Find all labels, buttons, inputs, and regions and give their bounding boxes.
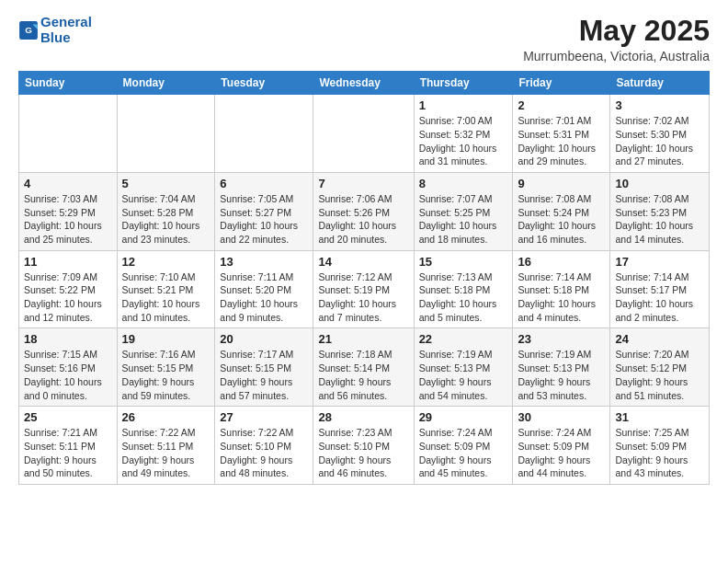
cell-day-number: 11 — [24, 255, 112, 269]
calendar-cell: 11Sunrise: 7:09 AM Sunset: 5:22 PM Dayli… — [19, 250, 118, 328]
calendar-cell: 27Sunrise: 7:22 AM Sunset: 5:10 PM Dayli… — [215, 407, 313, 485]
cell-day-number: 14 — [318, 255, 408, 269]
calendar-cell: 9Sunrise: 7:08 AM Sunset: 5:24 PM Daylig… — [513, 172, 610, 250]
cell-info: Sunrise: 7:19 AM Sunset: 5:13 PM Dayligh… — [518, 348, 605, 402]
calendar-cell: 3Sunrise: 7:02 AM Sunset: 5:30 PM Daylig… — [610, 95, 710, 173]
calendar-cell: 25Sunrise: 7:21 AM Sunset: 5:11 PM Dayli… — [19, 407, 118, 485]
cell-info: Sunrise: 7:14 AM Sunset: 5:18 PM Dayligh… — [518, 270, 605, 325]
cell-info: Sunrise: 7:22 AM Sunset: 5:11 PM Dayligh… — [122, 426, 210, 480]
cell-day-number: 13 — [220, 255, 308, 269]
day-header-saturday: Saturday — [610, 72, 710, 95]
cell-info: Sunrise: 7:14 AM Sunset: 5:17 PM Dayligh… — [615, 270, 704, 325]
cell-info: Sunrise: 7:16 AM Sunset: 5:15 PM Dayligh… — [122, 348, 210, 402]
cell-day-number: 25 — [24, 410, 112, 424]
day-header-sunday: Sunday — [19, 72, 118, 95]
title-block: May 2025 Murrumbeena, Victoria, Australi… — [523, 15, 710, 63]
cell-info: Sunrise: 7:22 AM Sunset: 5:10 PM Dayligh… — [220, 426, 308, 480]
cell-info: Sunrise: 7:24 AM Sunset: 5:09 PM Dayligh… — [518, 426, 605, 480]
day-header-friday: Friday — [513, 72, 610, 95]
calendar-cell: 18Sunrise: 7:15 AM Sunset: 5:16 PM Dayli… — [19, 328, 118, 407]
logo-text: General Blue — [40, 15, 92, 45]
cell-info: Sunrise: 7:23 AM Sunset: 5:10 PM Dayligh… — [318, 426, 408, 480]
cell-day-number: 26 — [122, 410, 210, 424]
cell-day-number: 1 — [419, 98, 508, 112]
page: G General Blue May 2025 Murrumbeena, Vic… — [0, 0, 728, 500]
cell-day-number: 29 — [419, 410, 508, 424]
calendar-cell: 4Sunrise: 7:03 AM Sunset: 5:29 PM Daylig… — [19, 172, 118, 250]
calendar-cell: 30Sunrise: 7:24 AM Sunset: 5:09 PM Dayli… — [513, 407, 610, 485]
logo-icon: G — [18, 20, 39, 40]
calendar-cell — [117, 95, 215, 173]
calendar-cell: 28Sunrise: 7:23 AM Sunset: 5:10 PM Dayli… — [313, 407, 414, 485]
calendar-cell: 22Sunrise: 7:19 AM Sunset: 5:13 PM Dayli… — [414, 328, 513, 407]
calendar-cell: 6Sunrise: 7:05 AM Sunset: 5:27 PM Daylig… — [215, 172, 313, 250]
cell-info: Sunrise: 7:11 AM Sunset: 5:20 PM Dayligh… — [220, 270, 308, 325]
calendar-cell: 26Sunrise: 7:22 AM Sunset: 5:11 PM Dayli… — [117, 407, 215, 485]
day-header-monday: Monday — [117, 72, 215, 95]
day-header-wednesday: Wednesday — [313, 72, 414, 95]
cell-day-number: 19 — [122, 332, 210, 346]
cell-info: Sunrise: 7:05 AM Sunset: 5:27 PM Dayligh… — [220, 192, 308, 247]
cell-day-number: 12 — [122, 255, 210, 269]
calendar-cell: 7Sunrise: 7:06 AM Sunset: 5:26 PM Daylig… — [313, 172, 414, 250]
cell-day-number: 7 — [318, 177, 408, 190]
calendar-cell: 17Sunrise: 7:14 AM Sunset: 5:17 PM Dayli… — [610, 250, 710, 328]
calendar-cell: 29Sunrise: 7:24 AM Sunset: 5:09 PM Dayli… — [414, 407, 513, 485]
cell-day-number: 4 — [24, 177, 112, 190]
calendar-cell: 15Sunrise: 7:13 AM Sunset: 5:18 PM Dayli… — [414, 250, 513, 328]
cell-day-number: 21 — [318, 332, 408, 346]
calendar-cell: 10Sunrise: 7:08 AM Sunset: 5:23 PM Dayli… — [610, 172, 710, 250]
cell-info: Sunrise: 7:01 AM Sunset: 5:31 PM Dayligh… — [518, 114, 605, 168]
calendar-week-row: 18Sunrise: 7:15 AM Sunset: 5:16 PM Dayli… — [19, 328, 710, 407]
calendar-cell: 16Sunrise: 7:14 AM Sunset: 5:18 PM Dayli… — [513, 250, 610, 328]
day-header-thursday: Thursday — [414, 72, 513, 95]
calendar-header-row: SundayMondayTuesdayWednesdayThursdayFrid… — [19, 72, 710, 95]
calendar-cell: 20Sunrise: 7:17 AM Sunset: 5:15 PM Dayli… — [215, 328, 313, 407]
cell-info: Sunrise: 7:04 AM Sunset: 5:28 PM Dayligh… — [122, 192, 210, 247]
calendar-week-row: 11Sunrise: 7:09 AM Sunset: 5:22 PM Dayli… — [19, 250, 710, 328]
cell-info: Sunrise: 7:17 AM Sunset: 5:15 PM Dayligh… — [220, 348, 308, 402]
day-header-tuesday: Tuesday — [215, 72, 313, 95]
cell-day-number: 23 — [518, 332, 605, 346]
cell-info: Sunrise: 7:07 AM Sunset: 5:25 PM Dayligh… — [419, 192, 508, 247]
header: G General Blue May 2025 Murrumbeena, Vic… — [18, 15, 710, 63]
calendar-cell: 8Sunrise: 7:07 AM Sunset: 5:25 PM Daylig… — [414, 172, 513, 250]
calendar-cell: 13Sunrise: 7:11 AM Sunset: 5:20 PM Dayli… — [215, 250, 313, 328]
calendar-cell: 1Sunrise: 7:00 AM Sunset: 5:32 PM Daylig… — [414, 95, 513, 173]
cell-info: Sunrise: 7:13 AM Sunset: 5:18 PM Dayligh… — [419, 270, 508, 325]
cell-day-number: 24 — [615, 332, 704, 346]
calendar-cell — [313, 95, 414, 173]
calendar-cell — [215, 95, 313, 173]
cell-info: Sunrise: 7:12 AM Sunset: 5:19 PM Dayligh… — [318, 270, 408, 325]
cell-day-number: 22 — [419, 332, 508, 346]
cell-day-number: 18 — [24, 332, 112, 346]
calendar-cell: 21Sunrise: 7:18 AM Sunset: 5:14 PM Dayli… — [313, 328, 414, 407]
cell-day-number: 5 — [122, 177, 210, 190]
cell-day-number: 17 — [615, 255, 704, 269]
cell-day-number: 30 — [518, 410, 605, 424]
cell-info: Sunrise: 7:19 AM Sunset: 5:13 PM Dayligh… — [419, 348, 508, 402]
cell-info: Sunrise: 7:08 AM Sunset: 5:24 PM Dayligh… — [518, 192, 605, 247]
calendar-cell: 5Sunrise: 7:04 AM Sunset: 5:28 PM Daylig… — [117, 172, 215, 250]
cell-day-number: 10 — [615, 177, 704, 190]
logo: G General Blue — [18, 15, 92, 45]
logo-line2: Blue — [40, 30, 92, 46]
cell-info: Sunrise: 7:10 AM Sunset: 5:21 PM Dayligh… — [122, 270, 210, 325]
calendar-week-row: 4Sunrise: 7:03 AM Sunset: 5:29 PM Daylig… — [19, 172, 710, 250]
logo-line1: General — [40, 15, 92, 30]
cell-info: Sunrise: 7:09 AM Sunset: 5:22 PM Dayligh… — [24, 270, 112, 325]
cell-day-number: 3 — [615, 98, 704, 112]
calendar-cell: 31Sunrise: 7:25 AM Sunset: 5:09 PM Dayli… — [610, 407, 710, 485]
cell-day-number: 15 — [419, 255, 508, 269]
calendar-cell: 2Sunrise: 7:01 AM Sunset: 5:31 PM Daylig… — [513, 95, 610, 173]
location-title: Murrumbeena, Victoria, Australia — [523, 49, 710, 63]
cell-day-number: 28 — [318, 410, 408, 424]
cell-info: Sunrise: 7:02 AM Sunset: 5:30 PM Dayligh… — [615, 114, 704, 168]
calendar-cell: 19Sunrise: 7:16 AM Sunset: 5:15 PM Dayli… — [117, 328, 215, 407]
calendar-cell: 24Sunrise: 7:20 AM Sunset: 5:12 PM Dayli… — [610, 328, 710, 407]
calendar-cell: 12Sunrise: 7:10 AM Sunset: 5:21 PM Dayli… — [117, 250, 215, 328]
cell-info: Sunrise: 7:00 AM Sunset: 5:32 PM Dayligh… — [419, 114, 508, 168]
cell-info: Sunrise: 7:18 AM Sunset: 5:14 PM Dayligh… — [318, 348, 408, 402]
cell-info: Sunrise: 7:15 AM Sunset: 5:16 PM Dayligh… — [24, 348, 112, 402]
cell-info: Sunrise: 7:06 AM Sunset: 5:26 PM Dayligh… — [318, 192, 408, 247]
